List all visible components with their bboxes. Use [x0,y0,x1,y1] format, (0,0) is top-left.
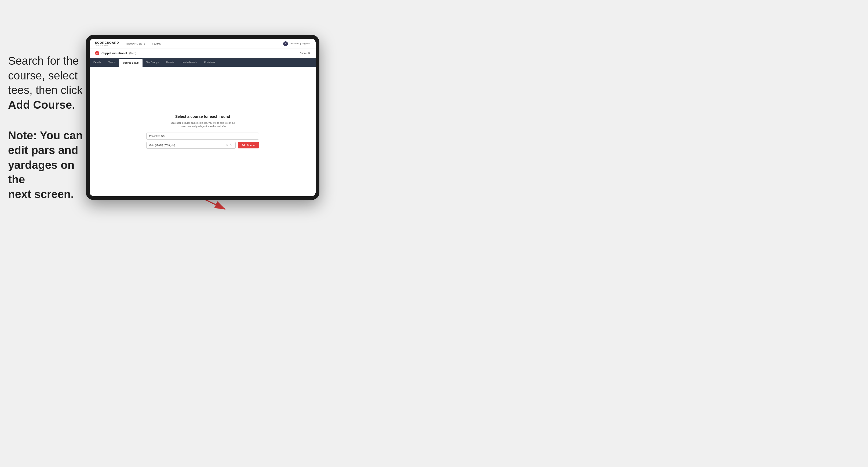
tournament-name: Clippd Invitational [101,52,127,55]
nav-separator: | [300,42,301,45]
tablet-frame: SCOREBOARD Powered by clippd TOURNAMENTS… [86,35,319,200]
tab-leaderboards[interactable]: Leaderboards [178,58,200,67]
tee-clear-icon[interactable]: ✕ [226,144,228,147]
tab-results[interactable]: Results [162,58,178,67]
tee-select-controls: ✕ ⌃⌄ [226,144,233,147]
annotation-bold: Add Course. [8,98,75,111]
add-course-button[interactable]: Add Course [238,142,259,148]
tab-teams[interactable]: Teams [105,58,119,67]
annotation-note1: Note: You can [8,129,83,142]
annotation-note4: next screen. [8,188,74,200]
tee-select-row: Gold (M) (M) (7010 yds) ✕ ⌃⌄ Add Course [146,142,259,149]
tab-course-setup[interactable]: Course Setup [119,59,143,67]
annotation-line2: course, select [8,69,78,82]
tournament-icon: C [95,51,99,55]
tab-printables[interactable]: Printables [200,58,219,67]
annotation-line1: Search for the [8,55,79,67]
tab-details[interactable]: Details [90,58,105,67]
tournament-gender: (Men) [129,52,136,55]
user-label: Test User [289,42,299,45]
course-select-area: Select a course for each round Search fo… [146,114,259,149]
course-search-input[interactable] [146,132,259,139]
cancel-button[interactable]: Cancel ✕ [300,52,310,55]
logo-main: SCOREBOARD [95,41,119,44]
top-nav: SCOREBOARD Powered by clippd TOURNAMENTS… [90,39,316,49]
annotation-note3: yardages on the [8,159,74,186]
tab-tee-groups[interactable]: Tee Groups [143,58,163,67]
tournament-bar: C Clippd Invitational (Men) Cancel ✕ [90,49,316,58]
sign-out-link[interactable]: Sign out [303,42,310,45]
main-content: Select a course for each round Search fo… [90,67,316,196]
nav-left: SCOREBOARD Powered by clippd TOURNAMENTS… [95,41,161,46]
cancel-icon: ✕ [308,52,310,55]
nav-right: T Test User | Sign out [283,41,310,46]
tablet-screen: SCOREBOARD Powered by clippd TOURNAMENTS… [90,39,316,196]
section-desc: Search for a course and select a tee. Yo… [168,121,238,128]
nav-tournaments[interactable]: TOURNAMENTS [125,42,146,45]
nav-teams[interactable]: TEAMS [152,42,161,45]
tournament-title: C Clippd Invitational (Men) [95,51,136,55]
logo-sub: Powered by clippd [95,44,119,46]
annotation-note2: edit pars and [8,144,78,156]
user-avatar: T [283,41,288,46]
logo: SCOREBOARD Powered by clippd [95,41,119,46]
tee-select-value: Gold (M) (M) (7010 yds) [149,144,175,147]
tab-nav: Details Teams Course Setup Tee Groups Re… [90,58,316,67]
annotation-line3: tees, then click [8,84,83,96]
annotation-text: Search for the course, select tees, then… [8,54,83,201]
section-title: Select a course for each round [175,114,230,119]
tee-select-dropdown[interactable]: Gold (M) (M) (7010 yds) ✕ ⌃⌄ [146,142,236,149]
tee-chevron-icon: ⌃⌄ [229,144,233,146]
